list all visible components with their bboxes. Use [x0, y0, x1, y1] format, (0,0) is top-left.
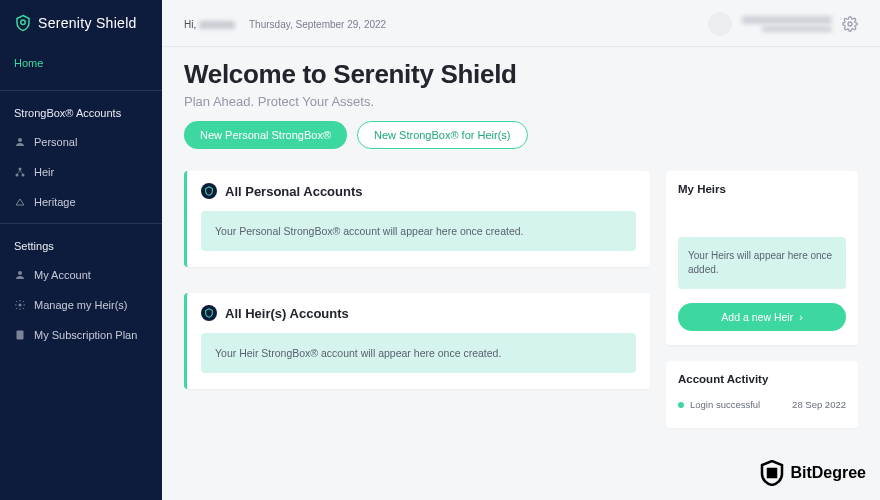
nav-divider	[0, 90, 162, 91]
new-personal-strongbox-button[interactable]: New Personal StrongBox®	[184, 121, 347, 149]
main-content: Hi, Thursday, September 29, 2022 Welcome…	[162, 0, 880, 500]
svg-point-0	[21, 20, 26, 25]
nav-heir-label: Heir	[34, 166, 54, 178]
activity-date: 28 Sep 2022	[792, 399, 846, 410]
account-icon	[14, 269, 26, 281]
settings-gear-icon[interactable]	[842, 16, 858, 32]
activity-label: Login successful	[690, 399, 760, 410]
add-heir-button[interactable]: Add a new Heir ›	[678, 303, 846, 331]
account-activity-title: Account Activity	[678, 373, 846, 385]
personal-accounts-title: All Personal Accounts	[225, 184, 363, 199]
nav-heir[interactable]: Heir	[0, 157, 162, 187]
greeting-prefix: Hi,	[184, 19, 196, 30]
content-area: Welcome to Serenity Shield Plan Ahead. P…	[162, 47, 880, 440]
user-line-1	[742, 16, 832, 24]
topbar: Hi, Thursday, September 29, 2022	[162, 0, 880, 47]
avatar[interactable]	[708, 12, 732, 36]
brand-name: Serenity Shield	[38, 15, 137, 31]
status-dot-icon	[678, 402, 684, 408]
nav-subscription[interactable]: My Subscription Plan	[0, 320, 162, 350]
heirs-empty-message: Your Heirs will appear here once added.	[678, 237, 846, 289]
nav-my-account-label: My Account	[34, 269, 91, 281]
heritage-icon	[14, 196, 26, 208]
panel-head: All Personal Accounts	[201, 183, 636, 199]
account-activity-panel: Account Activity Login successful 28 Sep…	[666, 361, 858, 428]
nav-my-account[interactable]: My Account	[0, 260, 162, 290]
cta-row: New Personal StrongBox® New StrongBox® f…	[184, 121, 858, 149]
greeting: Hi,	[184, 19, 235, 30]
nav-heritage-label: Heritage	[34, 196, 76, 208]
gear-icon	[14, 299, 26, 311]
activity-row: Login successful 28 Sep 2022	[678, 395, 846, 414]
current-date: Thursday, September 29, 2022	[249, 19, 386, 30]
user-name-redacted	[199, 21, 235, 29]
person-icon	[14, 136, 26, 148]
document-icon	[14, 329, 26, 341]
personal-empty-message: Your Personal StrongBox® account will ap…	[201, 211, 636, 251]
my-heirs-panel: My Heirs Your Heirs will appear here onc…	[666, 171, 858, 345]
nav-personal[interactable]: Personal	[0, 127, 162, 157]
topbar-right	[708, 12, 858, 36]
heir-empty-message: Your Heir StrongBox® account will appear…	[201, 333, 636, 373]
user-line-2	[762, 26, 832, 32]
svg-point-5	[18, 271, 22, 275]
svg-point-4	[22, 174, 25, 177]
svg-rect-10	[770, 471, 774, 475]
nav-heading-accounts: StrongBox® Accounts	[0, 97, 162, 127]
nav-manage-heirs-label: Manage my Heir(s)	[34, 299, 128, 311]
col-left: All Personal Accounts Your Personal Stro…	[184, 171, 650, 428]
col-right: My Heirs Your Heirs will appear here onc…	[666, 171, 858, 428]
add-heir-label: Add a new Heir	[721, 311, 793, 323]
page-subtitle: Plan Ahead. Protect Your Assets.	[184, 94, 858, 109]
svg-rect-7	[17, 331, 24, 340]
personal-accounts-panel: All Personal Accounts Your Personal Stro…	[184, 171, 650, 267]
network-icon	[14, 166, 26, 178]
nav-manage-heirs[interactable]: Manage my Heir(s)	[0, 290, 162, 320]
new-heir-strongbox-button[interactable]: New StrongBox® for Heir(s)	[357, 121, 527, 149]
svg-point-3	[16, 174, 19, 177]
columns: All Personal Accounts Your Personal Stro…	[184, 171, 858, 428]
nav-home[interactable]: Home	[0, 48, 162, 78]
shield-logo-icon	[14, 14, 32, 32]
topbar-left: Hi, Thursday, September 29, 2022	[184, 19, 386, 30]
page-title: Welcome to Serenity Shield	[184, 59, 858, 90]
svg-point-8	[848, 22, 852, 26]
my-heirs-title: My Heirs	[678, 183, 846, 195]
user-info-redacted	[742, 16, 832, 32]
heir-accounts-title: All Heir(s) Accounts	[225, 306, 349, 321]
nav-personal-label: Personal	[34, 136, 77, 148]
watermark-text: BitDegree	[790, 464, 866, 482]
heir-accounts-panel: All Heir(s) Accounts Your Heir StrongBox…	[184, 293, 650, 389]
nav-primary: Home	[0, 42, 162, 84]
nav-heritage[interactable]: Heritage	[0, 187, 162, 217]
watermark: BitDegree	[760, 460, 866, 486]
bitdegree-logo-icon	[760, 460, 784, 486]
arrow-right-icon: ›	[799, 311, 803, 323]
shield-icon	[201, 305, 217, 321]
nav-divider-2	[0, 223, 162, 224]
brand-logo: Serenity Shield	[0, 0, 162, 42]
sidebar: Serenity Shield Home StrongBox® Accounts…	[0, 0, 162, 500]
panel-head: All Heir(s) Accounts	[201, 305, 636, 321]
svg-point-6	[19, 304, 22, 307]
svg-point-1	[18, 138, 22, 142]
nav-heading-settings: Settings	[0, 230, 162, 260]
nav-subscription-label: My Subscription Plan	[34, 329, 137, 341]
svg-point-2	[19, 168, 22, 171]
shield-icon	[201, 183, 217, 199]
